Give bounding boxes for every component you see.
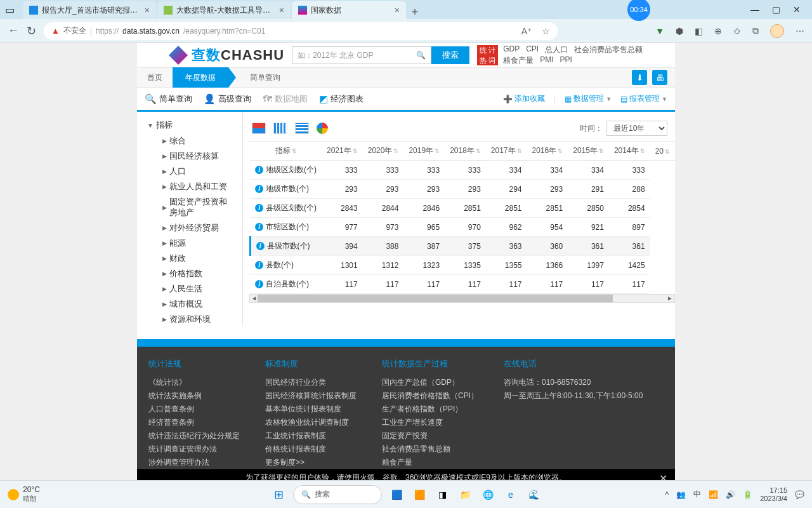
notification-icon[interactable]: 💬 bbox=[795, 490, 804, 499]
clock[interactable]: 17:15 2023/3/4 bbox=[760, 486, 787, 503]
explorer-icon[interactable]: 📁 bbox=[457, 486, 473, 503]
pie-view-icon[interactable] bbox=[317, 123, 328, 134]
footer-link[interactable]: 生产者价格指数（PPI） bbox=[382, 403, 478, 416]
close-window-icon[interactable]: ✕ bbox=[793, 4, 801, 15]
tree-item[interactable]: ▶价格指数 bbox=[137, 266, 242, 281]
tab-1[interactable]: 大数据导航-大数据工具导航-19... × bbox=[157, 1, 291, 19]
start-icon[interactable]: ⊞ bbox=[270, 486, 287, 503]
tree-item[interactable]: ▶城市概况 bbox=[137, 297, 242, 312]
hot-link[interactable]: 社会消费品零售总额 bbox=[574, 44, 643, 55]
tree-item[interactable]: ▶能源 bbox=[137, 236, 242, 251]
footer-link[interactable]: 《统计法》 bbox=[148, 376, 240, 389]
hot-link[interactable]: CPI bbox=[526, 44, 539, 55]
tab-2[interactable]: 国家数据 × bbox=[292, 1, 406, 19]
tree-item[interactable]: ▶人口 bbox=[137, 164, 242, 179]
hbar-view-icon[interactable] bbox=[295, 123, 309, 134]
footer-link[interactable]: 经济普查条例 bbox=[148, 416, 240, 429]
tree-item[interactable]: ▶综合 bbox=[137, 133, 242, 149]
simple-query-link[interactable]: 🔍简单查询 bbox=[145, 93, 192, 105]
footer-link[interactable]: 周一至周五上午8:00-11:30,下午1:00-5:00 bbox=[504, 389, 643, 403]
footer-link[interactable]: 统计违法违纪行为处分规定 bbox=[148, 429, 240, 443]
info-icon[interactable]: i bbox=[256, 242, 265, 250]
tree-root[interactable]: ▼指标 bbox=[137, 117, 242, 133]
close-icon[interactable]: × bbox=[279, 5, 284, 15]
more-icon[interactable]: ⋯ bbox=[796, 26, 804, 36]
footer-link[interactable]: 涉外调查管理办法 bbox=[148, 456, 240, 469]
indicator-cell[interactable]: i县级市数(个) bbox=[250, 237, 322, 256]
new-tab-button[interactable]: + bbox=[407, 6, 422, 19]
footer-link[interactable]: 咨询电话：010-68576320 bbox=[504, 376, 643, 389]
hot-link[interactable]: GDP bbox=[503, 44, 520, 55]
footer-link[interactable]: 国内生产总值（GDP） bbox=[382, 376, 478, 389]
scroll-right-icon[interactable]: ► bbox=[665, 295, 674, 302]
wifi-icon[interactable]: 📶 bbox=[709, 490, 718, 499]
menu-icon-2[interactable]: ⊕ bbox=[714, 26, 722, 36]
data-map-link[interactable]: 🗺数据地图 bbox=[263, 93, 308, 105]
hot-link[interactable]: PPI bbox=[560, 55, 572, 66]
ime-label[interactable]: 中 bbox=[693, 489, 701, 500]
app-icon-2[interactable]: 🟧 bbox=[411, 486, 428, 503]
indicator-cell[interactable]: i市辖区数(个) bbox=[250, 218, 322, 237]
footer-link[interactable]: 农林牧渔业统计调查制度 bbox=[265, 416, 357, 429]
footer-link[interactable]: 价格统计报表制度 bbox=[265, 443, 357, 456]
advanced-query-link[interactable]: 👤高级查询 bbox=[204, 93, 251, 105]
tree-item[interactable]: ▶资源和环境 bbox=[137, 312, 242, 326]
edge-legacy-icon[interactable]: e bbox=[502, 486, 519, 503]
info-icon[interactable]: i bbox=[255, 261, 263, 269]
col-header[interactable]: 2016年⇅ bbox=[527, 142, 568, 161]
extension-icon[interactable]: ⬢ bbox=[676, 26, 683, 36]
col-header[interactable]: 指标⇅ bbox=[250, 142, 322, 161]
indicator-cell[interactable]: i地级市数(个) bbox=[250, 180, 322, 199]
weather-widget[interactable]: 20°C 晴朗 bbox=[8, 485, 40, 504]
indicator-cell[interactable]: i自治县数(个) bbox=[250, 275, 322, 294]
bar-view-icon[interactable] bbox=[273, 123, 287, 134]
footer-link[interactable]: 人口普查条例 bbox=[148, 403, 240, 416]
footer-link[interactable]: 基本单位统计报表制度 bbox=[265, 403, 357, 416]
download-icon[interactable]: ⬇ bbox=[632, 70, 647, 85]
tree-item[interactable]: ▶国民经济核算 bbox=[137, 149, 242, 164]
indicator-cell[interactable]: i县级区划数(个) bbox=[250, 199, 322, 218]
col-header[interactable]: 2019年⇅ bbox=[403, 142, 445, 161]
close-icon[interactable]: ✕ bbox=[659, 472, 667, 480]
back-button[interactable]: ← bbox=[8, 24, 19, 37]
chevron-up-icon[interactable]: ^ bbox=[665, 490, 669, 499]
favorites-icon[interactable]: ✩ bbox=[733, 26, 741, 36]
breadcrumb-home[interactable]: 首页 bbox=[137, 72, 173, 83]
footer-link[interactable]: 工业生产增长速度 bbox=[382, 416, 478, 429]
recording-badge[interactable]: 00:34 bbox=[627, 0, 650, 21]
people-icon[interactable]: 👥 bbox=[676, 490, 686, 499]
print-icon[interactable]: 🖶 bbox=[652, 70, 667, 85]
read-aloud-icon[interactable]: A⁺ bbox=[521, 26, 532, 36]
col-header[interactable]: 2021年⇅ bbox=[322, 142, 363, 161]
col-header[interactable]: 2017年⇅ bbox=[486, 142, 527, 161]
col-header[interactable]: 20⇅ bbox=[650, 142, 675, 161]
hot-link[interactable]: 粮食产量 bbox=[503, 55, 534, 66]
col-header[interactable]: 2020年⇅ bbox=[363, 142, 404, 161]
logo[interactable]: 查数CHASHU bbox=[169, 46, 284, 65]
app-icon-3[interactable]: ◨ bbox=[434, 486, 450, 503]
footer-link[interactable]: 统计法实施条例 bbox=[148, 389, 240, 403]
breadcrumb-active[interactable]: 年度数据 bbox=[173, 67, 228, 88]
collections-icon[interactable]: ⧉ bbox=[752, 25, 759, 36]
econ-chart-link[interactable]: ◩经济图表 bbox=[319, 93, 363, 105]
avatar[interactable] bbox=[770, 24, 784, 38]
col-header[interactable]: 2018年⇅ bbox=[445, 142, 486, 161]
site-search-input[interactable]: 如：2012年 北京 GDP 🔍 bbox=[292, 46, 431, 64]
tree-item[interactable]: ▶人民生活 bbox=[137, 281, 242, 297]
horizontal-scrollbar[interactable]: ◄ ► bbox=[249, 294, 675, 303]
edge-icon[interactable]: 🌊 bbox=[525, 486, 542, 503]
footer-link[interactable]: 统计调查证管理办法 bbox=[148, 443, 240, 456]
close-icon[interactable]: × bbox=[395, 5, 400, 15]
volume-icon[interactable]: 🔊 bbox=[726, 490, 735, 499]
footer-link[interactable]: 更多制度>> bbox=[265, 456, 357, 469]
shield-icon[interactable]: ▼ bbox=[655, 26, 664, 36]
table-view-icon[interactable] bbox=[252, 123, 266, 134]
tab-0[interactable]: 报告大厅_首选市场研究报告门户 × bbox=[23, 1, 156, 19]
chrome-icon[interactable]: 🌐 bbox=[480, 486, 496, 503]
footer-link[interactable]: 粮食产量 bbox=[382, 456, 478, 469]
time-dropdown[interactable]: 最近10年 bbox=[606, 121, 667, 136]
footer-link[interactable]: 国民经济行业分类 bbox=[265, 376, 357, 389]
indicator-cell[interactable]: i县数(个) bbox=[250, 256, 322, 275]
report-mgr-dropdown[interactable]: ▤报表管理▼ bbox=[620, 93, 667, 104]
tree-item[interactable]: ▶固定资产投资和房地产 bbox=[137, 194, 242, 220]
